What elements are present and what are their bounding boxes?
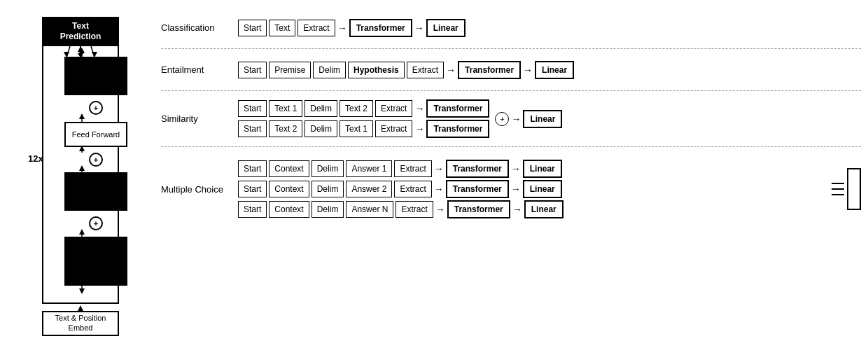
- mc-row1: Start Context Delim Answer 1 Extract → T…: [238, 160, 825, 178]
- mc3-arrow1: →: [435, 204, 445, 215]
- ent-premise: Premise: [269, 62, 311, 78]
- mc-row3: Start Context Delim Answer N Extract → T…: [238, 200, 825, 218]
- arch-diagram: Text Prediction + Feed Forward + +: [28, 17, 133, 339]
- mc2-arrow2: →: [511, 183, 521, 195]
- right-panel: Classification Start Text Extract → Tran…: [154, 7, 861, 348]
- mc-final-softmax: [847, 168, 861, 210]
- similarity-row: Similarity Start Text 1 Delim Text 2 Ext…: [161, 91, 861, 147]
- sim-right: + → Linear: [495, 110, 562, 128]
- ent-arrow2: →: [523, 64, 533, 76]
- text-prediction-box: Text Prediction: [42, 17, 119, 46]
- ent-linear: Linear: [535, 61, 574, 79]
- sim-plus-circle: +: [495, 112, 509, 126]
- mc2-context: Context: [269, 181, 309, 197]
- sim1-transformer: Transformer: [426, 99, 489, 118]
- multiple-choice-label: Multiple Choice: [161, 184, 238, 195]
- sim-arrow-final: →: [511, 113, 521, 125]
- mc1-linear: Linear: [523, 160, 562, 178]
- feed-forward-box: Feed Forward: [64, 122, 127, 147]
- mc2-transformer: Transformer: [446, 180, 509, 198]
- svg-marker-8: [79, 113, 85, 119]
- ent-start: Start: [238, 62, 267, 78]
- classification-sequence: Start Text Extract → Transformer → Linea…: [238, 19, 465, 37]
- similarity-label: Similarity: [161, 113, 238, 124]
- sim1-start: Start: [238, 100, 267, 117]
- mc3-answern: Answer N: [346, 201, 393, 218]
- mc-line1: [832, 183, 844, 184]
- svg-marker-24: [78, 305, 83, 311]
- mc2-delim: Delim: [312, 181, 344, 197]
- mc1-answer1: Answer 1: [346, 160, 392, 177]
- add-circle-3: +: [89, 216, 103, 230]
- sim2-transformer: Transformer: [426, 120, 489, 138]
- sim2-text1: Text 1: [340, 120, 373, 137]
- sim-row2: Start Text 2 Delim Text 1 Extract → Tran…: [238, 120, 489, 138]
- mc-row2: Start Context Delim Answer 2 Extract → T…: [238, 180, 825, 198]
- mc2-answer2: Answer 2: [346, 181, 392, 197]
- classification-content: Start Text Extract → Transformer → Linea…: [238, 19, 861, 37]
- add-circle-1: +: [89, 101, 103, 115]
- multiple-choice-content: Start Context Delim Answer 1 Extract → T…: [238, 160, 861, 218]
- sim2-extract: Extract: [375, 120, 412, 137]
- sim2-text2: Text 2: [269, 120, 302, 137]
- mc-bracket-lines: [832, 181, 844, 197]
- mc1-arrow2: →: [511, 163, 521, 174]
- mc3-extract: Extract: [396, 201, 433, 218]
- sim2-delim: Delim: [304, 120, 337, 137]
- entailment-sequence: Start Premise Delim Hypothesis Extract →…: [238, 61, 574, 79]
- mc-sequences: Start Context Delim Answer 1 Extract → T…: [238, 160, 825, 218]
- sim2-arrow: →: [414, 123, 424, 134]
- mc3-linear: Linear: [524, 200, 564, 218]
- svg-marker-16: [79, 288, 85, 294]
- label-12x: 12x: [28, 153, 43, 164]
- mc2-start: Start: [238, 181, 267, 197]
- entailment-label: Entailment: [161, 64, 238, 75]
- arch-outer-box: + Feed Forward + +: [42, 45, 119, 304]
- mc1-start: Start: [238, 160, 267, 177]
- mc2-extract: Extract: [394, 181, 431, 197]
- sim2-start: Start: [238, 120, 267, 137]
- mc3-start: Start: [238, 201, 267, 218]
- text-pos-embed-box: Text & Position Embed: [42, 311, 119, 336]
- ent-arrow1: →: [446, 64, 456, 76]
- ent-transformer: Transformer: [458, 61, 521, 79]
- mc1-delim: Delim: [312, 160, 344, 177]
- cls-start: Start: [238, 20, 267, 36]
- cls-extract: Extract: [298, 20, 335, 36]
- mc-final-group: [830, 168, 861, 210]
- sim1-extract: Extract: [375, 100, 412, 117]
- left-panel: Text Prediction + Feed Forward + +: [7, 7, 154, 348]
- classification-label: Classification: [161, 22, 238, 33]
- entailment-row: Entailment Start Premise Delim Hypothesi…: [161, 49, 861, 91]
- ent-hypothesis: Hypothesis: [348, 62, 405, 78]
- cls-arrow2: →: [414, 22, 424, 34]
- mc3-transformer: Transformer: [447, 200, 510, 218]
- mc3-context: Context: [269, 201, 309, 218]
- ent-delim: Delim: [313, 62, 346, 78]
- add-circle-2: +: [89, 153, 103, 167]
- svg-marker-14: [79, 229, 85, 235]
- entailment-content: Start Premise Delim Hypothesis Extract →…: [238, 61, 861, 79]
- sim-linear: Linear: [523, 110, 562, 128]
- sim1-arrow: →: [414, 103, 424, 114]
- cls-arrow1: →: [337, 22, 347, 34]
- ent-extract: Extract: [407, 62, 444, 78]
- mc3-delim: Delim: [312, 201, 344, 218]
- mc-line3: [832, 194, 844, 195]
- mc1-transformer: Transformer: [446, 160, 509, 178]
- mc1-arrow1: →: [434, 163, 444, 174]
- mc3-arrow2: →: [512, 204, 522, 215]
- mc1-context: Context: [269, 160, 309, 177]
- classification-row: Classification Start Text Extract → Tran…: [161, 7, 861, 49]
- mc1-extract: Extract: [394, 160, 431, 177]
- multiple-choice-row: Multiple Choice Start Context Delim Answ…: [161, 147, 861, 231]
- mc2-linear: Linear: [523, 180, 562, 198]
- attention-block: [64, 57, 127, 95]
- mc-line2: [832, 188, 844, 190]
- sim-row1: Start Text 1 Delim Text 2 Extract → Tran…: [238, 99, 489, 118]
- sim1-text1: Text 1: [269, 100, 302, 117]
- mha-block: [64, 172, 127, 211]
- cls-text: Text: [269, 20, 295, 36]
- mc2-arrow1: →: [434, 183, 444, 195]
- similarity-sequences: Start Text 1 Delim Text 2 Extract → Tran…: [238, 99, 489, 138]
